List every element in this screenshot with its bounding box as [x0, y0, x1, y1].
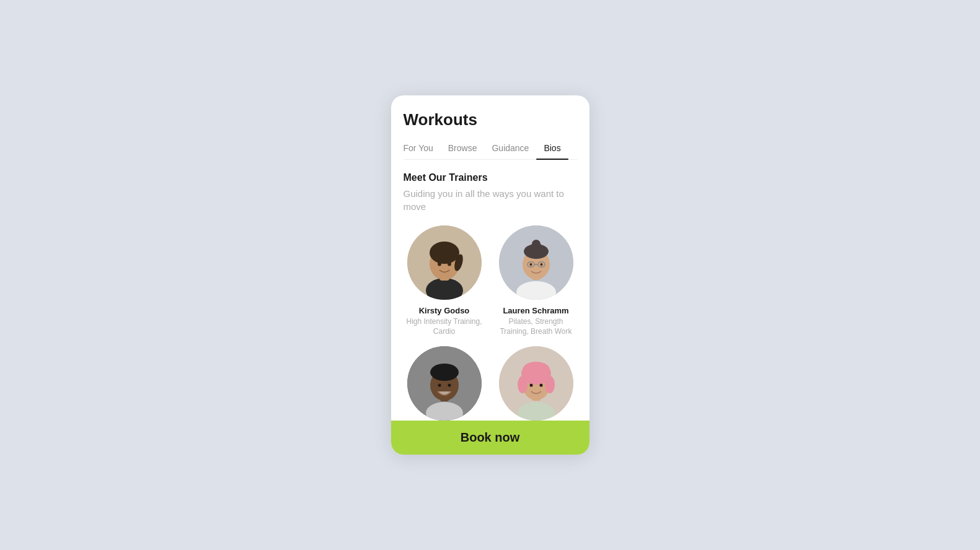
svg-point-37 — [539, 384, 542, 387]
svg-point-25 — [430, 364, 459, 381]
trainer-card-kirsty[interactable]: Kirsty Godso High Intensity Training, Ca… — [404, 225, 485, 336]
tabs-nav: For You Browse Guidance Bios — [404, 138, 577, 160]
svg-point-8 — [448, 262, 451, 266]
trainer-specialty-kirsty: High Intensity Training, Cardio — [404, 317, 485, 336]
svg-point-33 — [523, 362, 550, 378]
content-area: Workouts For You Browse Guidance Bios Me… — [391, 95, 589, 455]
trainer-avatar-3 — [407, 346, 482, 421]
trainer-avatar-4 — [499, 346, 573, 421]
trainer-name-lauren: Lauren Schramm — [503, 306, 568, 315]
svg-point-15 — [532, 240, 541, 248]
svg-point-27 — [448, 384, 451, 387]
book-now-button[interactable]: Book now — [391, 421, 589, 455]
svg-point-36 — [529, 384, 532, 387]
trainer-avatar-kirsty — [407, 225, 482, 300]
trainer-card-lauren[interactable]: Lauren Schramm Pilates, Strength Trainin… — [495, 225, 577, 336]
tab-guidance[interactable]: Guidance — [484, 138, 536, 159]
section-title: Meet Our Trainers — [404, 172, 577, 183]
svg-point-26 — [438, 384, 441, 387]
tab-browse[interactable]: Browse — [441, 138, 485, 159]
trainer-specialty-lauren: Pilates, Strength Training, Breath Work — [495, 317, 577, 336]
trainers-grid: Kirsty Godso High Intensity Training, Ca… — [391, 225, 589, 429]
header: Workouts For You Browse Guidance Bios — [391, 95, 589, 160]
svg-point-20 — [540, 263, 542, 266]
trainer-avatar-lauren — [499, 225, 573, 300]
tab-for-you[interactable]: For You — [404, 138, 441, 159]
trainer-card-4[interactable] — [495, 346, 577, 429]
svg-point-35 — [545, 376, 555, 393]
section-subtitle: Guiding you in all the ways you want to … — [404, 187, 577, 213]
svg-point-7 — [438, 262, 441, 266]
page-title: Workouts — [404, 110, 577, 129]
svg-point-5 — [431, 243, 458, 260]
trainer-card-3[interactable] — [404, 346, 485, 429]
tab-bios[interactable]: Bios — [536, 138, 568, 159]
section-header: Meet Our Trainers Guiding you in all the… — [391, 160, 589, 213]
book-now-bar: Book now — [391, 421, 589, 455]
svg-point-19 — [529, 263, 532, 266]
app-container: Workouts For You Browse Guidance Bios Me… — [391, 95, 589, 455]
trainer-name-kirsty: Kirsty Godso — [419, 306, 470, 315]
svg-point-34 — [518, 376, 528, 393]
